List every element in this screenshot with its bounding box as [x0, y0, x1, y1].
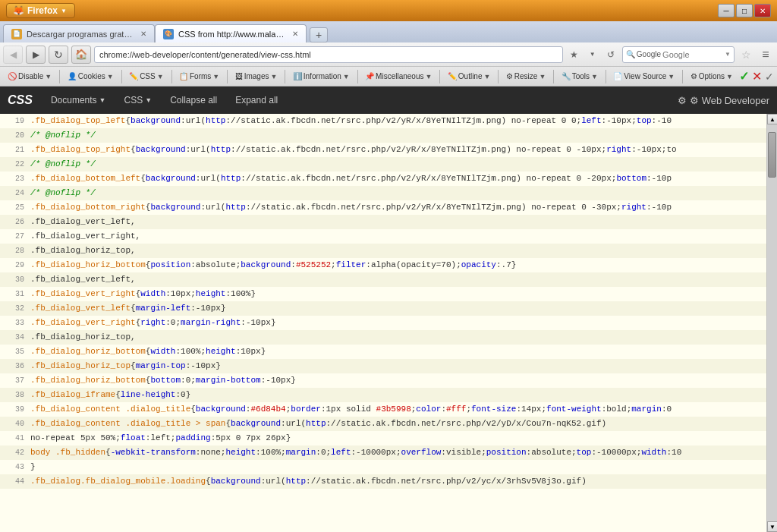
- code-line-22: 22/* @noflip */: [0, 157, 766, 172]
- line-number: 42: [3, 445, 24, 460]
- line-number: 38: [3, 388, 24, 402]
- search-dropdown-icon[interactable]: ▼: [725, 51, 731, 58]
- code-line-27: 27.fb_dialog_vert_right,: [0, 229, 766, 244]
- images-button[interactable]: 🖼 Images ▼: [231, 71, 282, 82]
- firefox-dropdown-icon: ▼: [61, 8, 67, 14]
- refresh-icon[interactable]: ↺: [602, 46, 619, 63]
- miscellaneous-button[interactable]: 📌 Miscellaneous ▼: [360, 71, 436, 82]
- forms-button[interactable]: 📋 Forms ▼: [175, 71, 224, 82]
- disable-dropdown[interactable]: ▼: [45, 73, 52, 80]
- bookmark-icon[interactable]: ☆: [738, 46, 754, 63]
- line-content: .fb_dialog_bottom_right{background:url(h…: [30, 200, 672, 214]
- check-green-icon[interactable]: ✓: [739, 69, 749, 83]
- tab-2-favicon: 🎨: [163, 29, 174, 39]
- options-button[interactable]: ⚙ Options ▼: [686, 71, 738, 82]
- maximize-button[interactable]: □: [736, 4, 753, 17]
- menu-icon[interactable]: ≡: [757, 46, 774, 63]
- check-gray-icon[interactable]: ✓: [765, 71, 774, 83]
- outline-button[interactable]: ✏️ Outline ▼: [443, 71, 495, 82]
- check-red-icon[interactable]: ✕: [752, 69, 762, 83]
- firefox-icon: 🦊: [13, 5, 24, 16]
- search-input[interactable]: [662, 50, 723, 59]
- code-line-43: 43}: [0, 460, 766, 474]
- url-input[interactable]: [94, 46, 563, 63]
- close-button[interactable]: ✕: [754, 4, 771, 17]
- options-dropdown[interactable]: ▼: [726, 73, 733, 80]
- tab-2[interactable]: 🎨 CSS from http://www.malavida.com/ ✕: [155, 24, 307, 42]
- code-line-42: 42body .fb_hidden{-webkit-transform:none…: [0, 445, 766, 460]
- line-number: 20: [3, 128, 24, 143]
- tools-button[interactable]: 🔧 Tools ▼: [557, 71, 602, 82]
- documents-dropdown-icon[interactable]: ▼: [99, 96, 106, 104]
- window-controls: ─ □ ✕: [718, 4, 771, 17]
- css-toolbar-button[interactable]: ✏️ CSS ▼: [124, 71, 168, 82]
- line-content: .fb_dialog_horiz_top,: [30, 244, 136, 257]
- forms-dropdown[interactable]: ▼: [212, 73, 219, 80]
- tools-icon: 🔧: [562, 72, 571, 80]
- code-line-34: 34.fb_dialog_horiz_top,: [0, 330, 766, 345]
- css-menu[interactable]: CSS ▼: [115, 92, 162, 109]
- resize-dropdown[interactable]: ▼: [539, 73, 546, 80]
- line-content: .fb_dialog_vert_left,: [30, 272, 136, 286]
- viewsource-dropdown[interactable]: ▼: [668, 73, 675, 80]
- code-line-28: 28.fb_dialog_horiz_top,: [0, 244, 766, 258]
- documents-label: Documents: [51, 95, 97, 105]
- css-icon: ✏️: [129, 72, 138, 80]
- images-dropdown[interactable]: ▼: [270, 73, 277, 80]
- content-wrapper: 19.fb_dialog_top_left{background:url(htt…: [0, 114, 777, 532]
- nav-icons: ★ ▼ ↺: [566, 46, 619, 63]
- scroll-track[interactable]: [767, 124, 777, 521]
- line-content: .fb_dialog_content .dialog_title > span{…: [30, 417, 606, 430]
- line-number: 39: [3, 402, 24, 417]
- code-area[interactable]: 19.fb_dialog_top_left{background:url(htt…: [0, 114, 766, 532]
- code-line-26: 26.fb_dialog_vert_left,: [0, 215, 766, 229]
- information-button[interactable]: ℹ️ Information ▼: [288, 71, 354, 82]
- forward-button[interactable]: ▶: [26, 46, 46, 64]
- tab-1[interactable]: 📄 Descargar programas gratis, software .…: [3, 24, 155, 42]
- line-number: 30: [3, 272, 24, 287]
- tools-dropdown[interactable]: ▼: [591, 73, 598, 80]
- misc-dropdown[interactable]: ▼: [425, 73, 432, 80]
- star-icon[interactable]: ★: [566, 46, 583, 63]
- line-content: body .fb_hidden{-webkit-transform:none;h…: [30, 445, 681, 459]
- outline-dropdown[interactable]: ▼: [483, 73, 490, 80]
- cookies-button[interactable]: 👤 Cookies ▼: [63, 71, 118, 82]
- minimize-button[interactable]: ─: [718, 4, 735, 17]
- reload-button[interactable]: ↻: [49, 46, 68, 64]
- cookies-dropdown[interactable]: ▼: [107, 73, 114, 80]
- code-line-40: 40.fb_dialog_content .dialog_title > spa…: [0, 417, 766, 431]
- options-icon: ⚙: [690, 72, 697, 80]
- css-menu-dropdown-icon[interactable]: ▼: [145, 96, 152, 104]
- home-button[interactable]: 🏠: [71, 46, 91, 64]
- tab-2-close[interactable]: ✕: [292, 30, 298, 38]
- scrollbar[interactable]: ▲ ▼: [766, 114, 777, 532]
- resize-button[interactable]: ⚙ Resize ▼: [502, 71, 551, 82]
- css-toolbar-label: CSS: [8, 93, 33, 107]
- line-content: .fb_dialog.fb_dialog_mobile.loading{back…: [30, 474, 587, 488]
- back-button[interactable]: ◀: [3, 46, 23, 64]
- firefox-menu-button[interactable]: 🦊 Firefox ▼: [6, 3, 75, 18]
- scroll-thumb[interactable]: [768, 132, 776, 178]
- css-developer-toolbar: CSS Documents ▼ CSS ▼ Collapse all Expan…: [0, 87, 777, 114]
- information-dropdown[interactable]: ▼: [343, 73, 350, 80]
- scroll-down-button[interactable]: ▼: [767, 521, 777, 532]
- collapse-all-button[interactable]: Collapse all: [161, 92, 226, 109]
- line-content: }: [30, 460, 36, 474]
- search-provider-icon: 🔍: [626, 50, 635, 58]
- new-tab-button[interactable]: +: [310, 27, 328, 42]
- code-line-30: 30.fb_dialog_vert_left,: [0, 272, 766, 287]
- line-number: 43: [3, 460, 24, 474]
- line-number: 27: [3, 229, 24, 244]
- expand-all-button[interactable]: Expand all: [226, 92, 287, 109]
- tab-1-close[interactable]: ✕: [140, 30, 146, 38]
- star-dropdown-icon[interactable]: ▼: [584, 46, 601, 63]
- code-line-44: 44.fb_dialog.fb_dialog_mobile.loading{ba…: [0, 474, 766, 489]
- line-number: 29: [3, 258, 24, 272]
- line-content: /* @noflip */: [30, 186, 96, 200]
- css-dropdown[interactable]: ▼: [157, 73, 164, 80]
- documents-menu[interactable]: Documents ▼: [42, 92, 115, 109]
- scroll-up-button[interactable]: ▲: [767, 114, 777, 124]
- viewsource-button[interactable]: 📄 View Source ▼: [609, 71, 679, 82]
- disable-button[interactable]: 🚫 Disable ▼: [3, 71, 56, 82]
- line-content: /* @noflip */: [30, 157, 96, 171]
